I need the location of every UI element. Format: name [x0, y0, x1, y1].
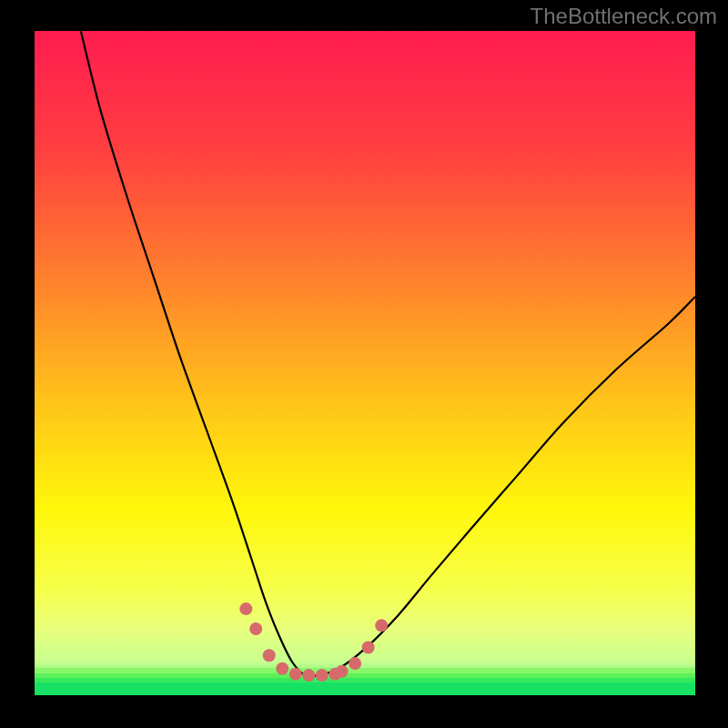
marker-point: [239, 602, 252, 615]
root-frame: TheBottleneck.com: [0, 0, 728, 728]
marker-point: [276, 662, 288, 675]
marker-point: [316, 669, 329, 682]
marker-point: [302, 669, 315, 682]
marker-point: [375, 619, 388, 632]
bottleneck-curve-path: [81, 31, 695, 677]
marker-point: [249, 622, 262, 635]
watermark-text: TheBottleneck.com: [531, 4, 717, 29]
marker-point: [289, 668, 302, 681]
chart-svg: [35, 31, 695, 695]
marker-point: [362, 641, 375, 653]
plot-area: [35, 31, 695, 695]
marker-point: [263, 649, 276, 662]
marker-point: [336, 665, 349, 678]
marker-point: [349, 657, 361, 670]
